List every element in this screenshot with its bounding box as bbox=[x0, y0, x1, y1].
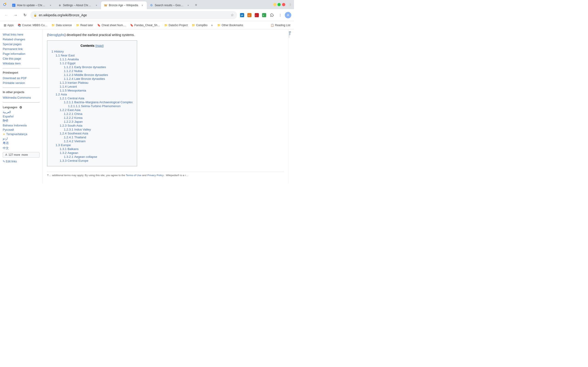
extension-extra-button[interactable]: E bbox=[261, 12, 267, 18]
toc-link[interactable]: 1.2.4Southeast Asia bbox=[60, 132, 88, 135]
bookmark-datasci-project[interactable]: 📁 DataSci Project bbox=[162, 23, 190, 28]
cite-page-link[interactable]: Cite this page bbox=[3, 56, 40, 61]
bookmark-compbio-label: CompBio bbox=[196, 24, 208, 27]
chrome-menu-button[interactable]: ⋮ bbox=[277, 11, 284, 19]
special-pages-link[interactable]: Special pages bbox=[3, 42, 40, 47]
toc-link[interactable]: 1.2.2.1China bbox=[64, 112, 82, 116]
toc-link[interactable]: 1.2.2.3Japan bbox=[64, 120, 83, 123]
toc-link[interactable]: 1.1.4Levant bbox=[60, 85, 77, 88]
tab-1-close[interactable]: × bbox=[49, 3, 52, 7]
bookmark-data-science[interactable]: 📁 Data science bbox=[50, 23, 73, 28]
toc-link[interactable]: 1.1.5Mesopotamia bbox=[60, 89, 86, 92]
permanent-link-link[interactable]: Permanent link bbox=[3, 47, 40, 51]
terms-of-use-link[interactable]: Terms of Use bbox=[126, 174, 141, 177]
forward-button[interactable]: → bbox=[12, 11, 19, 19]
new-tab-button[interactable]: + bbox=[193, 2, 199, 8]
tab-4[interactable]: G Search results – Googl… × bbox=[147, 1, 193, 9]
tab-4-close[interactable]: × bbox=[186, 3, 190, 7]
toc-link[interactable]: 1History bbox=[52, 50, 64, 53]
toc-link[interactable]: 1.2.1Central Asia bbox=[60, 97, 84, 100]
address-bar[interactable]: 🔒 en.wikipedia.org/wiki/Bronze_Age ☆ bbox=[30, 11, 237, 19]
toc-link[interactable]: 1.2Asia bbox=[56, 93, 67, 96]
toc-num: 1.2.2.1 bbox=[64, 112, 73, 116]
download-pdf-link[interactable]: Download as PDF bbox=[3, 76, 40, 81]
edit-links-button[interactable]: ✎ Edit links bbox=[0, 159, 42, 164]
bookmark-reading-list[interactable]: 📋 Reading List bbox=[269, 23, 292, 28]
privacy-policy-link[interactable]: Privacy Policy bbox=[147, 174, 164, 177]
lang-espanol[interactable]: Español bbox=[0, 114, 42, 119]
bookmarks-more-button[interactable]: » bbox=[210, 23, 214, 28]
toc-link[interactable]: 1.2.1.1Bactria–Margiana Archaeological C… bbox=[64, 100, 133, 104]
hieroglyphs-link[interactable]: hieroglyphs bbox=[48, 33, 65, 37]
minimize-button[interactable] bbox=[273, 3, 277, 6]
toc-link[interactable]: 1.1.3Iranian Plateau bbox=[60, 81, 88, 84]
hide-link[interactable]: [[hide]] bbox=[95, 44, 104, 48]
bookmark-mbbs[interactable]: 📚 Course: MBBS Cu… bbox=[16, 23, 49, 28]
bookmark-read-later[interactable]: 📁 Read later bbox=[74, 23, 95, 28]
extend-tab-strip-button[interactable]: ⋮ bbox=[288, 2, 292, 7]
wikidata-item-link[interactable]: Wikidata item bbox=[3, 61, 40, 66]
lang-hindi[interactable]: हिन्दी bbox=[0, 119, 42, 123]
maximize-button[interactable] bbox=[277, 3, 281, 6]
back-button[interactable]: ← bbox=[3, 11, 10, 19]
toc-link[interactable]: 1.1.2.2Nubia bbox=[64, 69, 82, 73]
toc-item: 1.1.2.1Early Bronze dynasties bbox=[64, 65, 133, 69]
lang-tatar[interactable]: ★ Татарча/tatarça bbox=[0, 132, 42, 136]
toc-link[interactable]: 1.1.2.4Late Bronze dynasties bbox=[64, 77, 105, 81]
close-button[interactable] bbox=[282, 3, 285, 6]
toc-link[interactable]: 1.2.4.1Thailand bbox=[64, 135, 86, 139]
related-changes-link[interactable]: Related changes bbox=[3, 37, 40, 42]
toc-link[interactable]: 1.2.3South Asia bbox=[60, 124, 82, 127]
contents-box: Contents [[hide]] 1History1.1Near East1.… bbox=[47, 40, 137, 166]
lang-russian[interactable]: Русский bbox=[0, 127, 42, 132]
toc-link[interactable]: 1.3.3Central Europe bbox=[60, 159, 88, 162]
toc-num: 1.3.2.1 bbox=[64, 155, 73, 158]
lang-urdu[interactable]: اردو bbox=[0, 136, 42, 141]
toc-link[interactable]: 1.1.2.3Middle Bronze dynasties bbox=[64, 73, 108, 77]
tab-3-active[interactable]: W Bronze Age – Wikipedia × bbox=[101, 1, 147, 9]
bookmark-cheat-sheet[interactable]: 🔖 Cheat sheet Num… bbox=[95, 23, 128, 28]
lang-arabic[interactable]: العربية bbox=[0, 110, 42, 114]
tab-3-close[interactable]: × bbox=[140, 3, 144, 7]
bookmark-pandas[interactable]: 🔖 Pandas_Cheat_Sh… bbox=[128, 23, 162, 28]
toc-link[interactable]: 1.2.2.2Korea bbox=[64, 116, 82, 119]
toc-link[interactable]: 1.2.3.1Indus Valley bbox=[64, 128, 91, 131]
more-languages-button[interactable]: A 127 more more bbox=[3, 152, 40, 158]
profile-avatar[interactable]: A bbox=[285, 12, 291, 18]
wiki-content[interactable]: (hieroglyphs) developed the earliest pra… bbox=[43, 29, 288, 184]
toc-link[interactable]: 1.3.2.1Aegean collapse bbox=[64, 155, 97, 158]
toc-num: 1.1.4 bbox=[60, 85, 67, 88]
printable-version-link[interactable]: Printable version bbox=[3, 81, 40, 85]
lang-yue[interactable]: 粤语 bbox=[0, 141, 42, 146]
toc-item: 1.3.2.1Aegean collapse bbox=[64, 155, 133, 158]
toc-link[interactable]: 1.3.1Balkans bbox=[60, 147, 78, 151]
reload-button[interactable]: ↻ bbox=[21, 11, 28, 19]
toc-link[interactable]: 1.1Near East bbox=[56, 54, 75, 57]
extension-metamask-button[interactable]: M bbox=[246, 12, 253, 18]
toc-link[interactable]: 1.1.2.1Early Bronze dynasties bbox=[64, 65, 106, 69]
bookmark-other-bookmarks[interactable]: 📁 Other Bookmarks bbox=[216, 23, 245, 28]
bookmark-compbio[interactable]: 📁 CompBio bbox=[190, 23, 209, 28]
wikimedia-commons-link[interactable]: Wikimedia Commons bbox=[3, 95, 40, 100]
toc-link[interactable]: 1.3Europe bbox=[56, 143, 71, 147]
toc-link[interactable]: 1.2.2East Asia bbox=[60, 108, 80, 112]
language-settings-icon[interactable]: ⚙ bbox=[19, 105, 23, 109]
toc-link[interactable]: 1.2.1.1.1Seima-Turbino Phenomenon bbox=[68, 104, 121, 108]
bookmark-star-icon[interactable]: ☆ bbox=[231, 13, 234, 17]
tab-1[interactable]: C How to update – Chro… × bbox=[9, 1, 55, 9]
page-info-link[interactable]: Page information bbox=[3, 51, 40, 56]
tab-2-close[interactable]: × bbox=[95, 3, 98, 7]
toc-item: 1History bbox=[52, 50, 133, 53]
lang-bahasa[interactable]: Bahasa Indonesia bbox=[0, 123, 42, 127]
extension-1password-button[interactable]: 1P bbox=[239, 12, 245, 18]
what-links-here-link[interactable]: What links here bbox=[3, 32, 40, 37]
toc-link[interactable]: 1.1.2Egypt bbox=[60, 61, 76, 65]
extension-lastpass-button[interactable]: L bbox=[254, 12, 260, 18]
toc-link[interactable]: 1.2.4.2Vietnam bbox=[64, 140, 86, 143]
bookmark-apps[interactable]: ⊞ Apps bbox=[2, 23, 15, 28]
lang-chinese[interactable]: 中文 bbox=[0, 146, 42, 151]
toc-link[interactable]: 1.1.1Anatolia bbox=[60, 58, 79, 61]
extensions-puzzle-button[interactable] bbox=[268, 11, 276, 19]
tab-2[interactable]: ⚙ Settings – About Chrome × bbox=[55, 1, 101, 9]
toc-link[interactable]: 1.3.2Aegean bbox=[60, 151, 78, 155]
